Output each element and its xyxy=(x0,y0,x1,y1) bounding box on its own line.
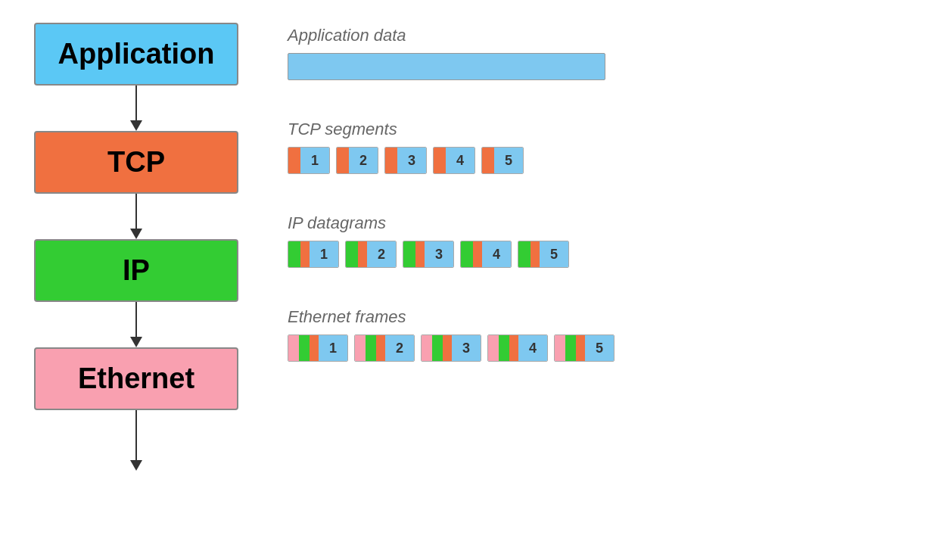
tcp-data-2: 2 xyxy=(349,148,378,173)
eth-orange-5 xyxy=(576,335,585,361)
arrow-line xyxy=(135,410,137,460)
arrow-eth-down xyxy=(130,410,142,471)
eth-green-2 xyxy=(366,335,376,361)
eth-data-3: 3 xyxy=(452,335,481,361)
tcp-packet-4: 4 xyxy=(433,147,475,174)
tcp-header-2 xyxy=(337,148,349,173)
eth-label-text: Ethernet frames xyxy=(288,307,926,327)
ip-green-3 xyxy=(403,241,415,267)
ip-visual: 1 2 3 4 xyxy=(288,241,926,268)
tcp-data-1: 1 xyxy=(300,148,329,173)
app-data-bar xyxy=(288,53,605,80)
eth-data-2: 2 xyxy=(385,335,414,361)
eth-packet-5: 5 xyxy=(554,334,615,362)
ip-green-5 xyxy=(518,241,531,267)
arrow-tcp-to-ip xyxy=(130,194,142,239)
tcp-section: TCP segments 1 2 3 xyxy=(288,120,926,174)
ip-packet-3: 3 xyxy=(403,241,454,268)
layer-ethernet-box: Ethernet xyxy=(34,347,238,410)
eth-packet-3: 3 xyxy=(421,334,481,362)
tcp-packet-1: 1 xyxy=(288,147,330,174)
eth-packet-2: 2 xyxy=(354,334,415,362)
eth-orange-3 xyxy=(443,335,452,361)
ip-label-text: IP datagrams xyxy=(288,213,926,233)
eth-visual: 1 2 3 xyxy=(288,334,926,362)
eth-orange-4 xyxy=(509,335,518,361)
ip-orange-5 xyxy=(531,241,540,267)
eth-pink-3 xyxy=(422,335,432,361)
arrow-app-to-tcp xyxy=(130,86,142,131)
tcp-data-3: 3 xyxy=(397,148,426,173)
tcp-header-4 xyxy=(434,148,446,173)
tcp-header-5 xyxy=(482,148,494,173)
ip-packet-2: 2 xyxy=(345,241,397,268)
left-column: Application TCP IP Ethernet xyxy=(23,15,250,545)
tcp-visual: 1 2 3 4 xyxy=(288,147,926,174)
eth-green-4 xyxy=(499,335,509,361)
eth-pink-5 xyxy=(555,335,565,361)
eth-data-4: 4 xyxy=(518,335,547,361)
ip-green-2 xyxy=(346,241,358,267)
eth-section: Ethernet frames 1 2 xyxy=(288,307,926,362)
diagram: Application TCP IP Ethernet xyxy=(0,0,949,560)
tcp-header-1 xyxy=(288,148,300,173)
ip-green-4 xyxy=(461,241,473,267)
ip-data-2: 2 xyxy=(367,241,396,267)
eth-pink-1 xyxy=(288,335,299,361)
eth-pink-2 xyxy=(355,335,366,361)
eth-orange-1 xyxy=(310,335,319,361)
ip-data-5: 5 xyxy=(540,241,568,267)
tcp-label: TCP xyxy=(107,146,165,178)
app-data-label: Application data xyxy=(288,26,926,45)
tcp-header-3 xyxy=(385,148,397,173)
app-data-visual xyxy=(288,53,926,80)
eth-green-1 xyxy=(299,335,310,361)
ip-data-4: 4 xyxy=(482,241,511,267)
ip-packet-5: 5 xyxy=(518,241,569,268)
eth-pink-4 xyxy=(488,335,499,361)
ip-green-1 xyxy=(288,241,300,267)
ip-section: IP datagrams 1 2 3 xyxy=(288,213,926,268)
app-data-section: Application data xyxy=(288,26,926,80)
ip-label: IP xyxy=(123,254,150,286)
arrow-line xyxy=(135,86,137,120)
ip-data-3: 3 xyxy=(425,241,453,267)
ip-data-1: 1 xyxy=(310,241,338,267)
ip-orange-3 xyxy=(415,241,425,267)
arrow-line xyxy=(135,194,137,229)
ip-orange-2 xyxy=(358,241,367,267)
arrow-head xyxy=(130,229,142,239)
arrow-line xyxy=(135,302,137,337)
right-column: Application data TCP segments 1 2 xyxy=(250,15,926,545)
ethernet-label: Ethernet xyxy=(78,362,194,394)
ip-packet-1: 1 xyxy=(288,241,339,268)
tcp-label-text: TCP segments xyxy=(288,120,926,139)
tcp-data-5: 5 xyxy=(494,148,523,173)
arrow-head xyxy=(130,460,142,471)
application-label: Application xyxy=(58,38,215,70)
tcp-data-4: 4 xyxy=(446,148,474,173)
eth-packet-1: 1 xyxy=(288,334,348,362)
layer-tcp-box: TCP xyxy=(34,131,238,194)
arrow-ip-to-eth xyxy=(130,302,142,347)
tcp-packet-2: 2 xyxy=(336,147,378,174)
ip-packet-4: 4 xyxy=(460,241,512,268)
layer-ip-box: IP xyxy=(34,239,238,302)
ip-orange-4 xyxy=(473,241,482,267)
eth-green-5 xyxy=(565,335,576,361)
arrow-head xyxy=(130,337,142,347)
eth-packet-4: 4 xyxy=(487,334,548,362)
tcp-packet-3: 3 xyxy=(384,147,427,174)
layer-application-box: Application xyxy=(34,23,238,86)
tcp-packet-5: 5 xyxy=(481,147,524,174)
eth-orange-2 xyxy=(376,335,385,361)
eth-data-1: 1 xyxy=(319,335,347,361)
eth-green-3 xyxy=(432,335,443,361)
ip-orange-1 xyxy=(300,241,310,267)
eth-data-5: 5 xyxy=(585,335,614,361)
arrow-head xyxy=(130,120,142,131)
